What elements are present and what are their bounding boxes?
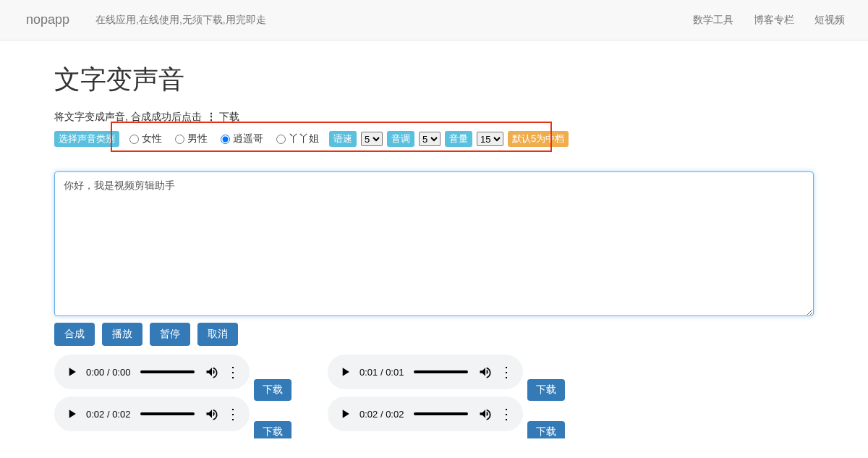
play-icon[interactable]	[64, 365, 79, 379]
page-subtitle: 将文字变成声音, 合成成功后点击 ⋮ 下载	[54, 111, 814, 124]
voice-radio-female[interactable]: 女性	[129, 132, 162, 145]
volume-label: 音量	[445, 131, 472, 147]
voice-type-label: 选择声音类别	[54, 131, 119, 147]
voice-radio-female-label: 女性	[142, 132, 162, 145]
nav-link-shortvideo[interactable]: 短视频	[804, 14, 855, 27]
tagline: 在线应用,在线使用,无须下载,用完即走	[82, 14, 279, 27]
voice-radio-female-input[interactable]	[129, 135, 139, 144]
voice-radio-yaya-label: 丫丫姐	[289, 132, 319, 145]
pitch-label: 音调	[387, 131, 414, 147]
nav-link-math[interactable]: 数学工具	[683, 14, 744, 27]
default-note-label: 默认5为中档	[508, 131, 569, 147]
audio-list: 0:00 / 0:00 ⋮ 下载 0:01 / 0:01 ⋮	[54, 355, 814, 438]
audio-time: 0:02 / 0:02	[86, 409, 130, 420]
voice-radio-yaya[interactable]: 丫丫姐	[276, 132, 319, 145]
audio-block: 0:02 / 0:02 ⋮ 下载	[328, 396, 565, 431]
main-container: 文字变声音 将文字变成声音, 合成成功后点击 ⋮ 下载 选择声音类别 女性 男性…	[43, 62, 825, 438]
voice-options-row: 选择声音类别 女性 男性 逍遥哥 丫丫姐 语速 5 音调	[54, 131, 814, 147]
voice-radio-yaya-input[interactable]	[276, 135, 286, 144]
voice-radio-male[interactable]: 男性	[175, 132, 208, 145]
voice-radio-male-input[interactable]	[175, 135, 184, 144]
voice-radio-group: 女性 男性 逍遥哥 丫丫姐	[124, 132, 325, 145]
volume-icon[interactable]	[205, 365, 219, 379]
audio-time: 0:01 / 0:01	[359, 367, 404, 378]
top-navbar: nopapp 在线应用,在线使用,无须下载,用完即走 数学工具 博客专栏 短视频	[0, 0, 868, 41]
volume-select[interactable]: 15	[477, 132, 503, 146]
voice-radio-xiaoyao-input[interactable]	[221, 135, 230, 144]
subtitle-text-before: 将文字变成声音, 合成成功后点击	[54, 111, 202, 122]
text-input[interactable]	[54, 171, 814, 316]
pitch-select[interactable]: 5	[419, 132, 441, 146]
pause-button[interactable]: 暂停	[150, 323, 190, 346]
vertical-dots-icon: ⋮	[205, 111, 216, 122]
audio-time: 0:00 / 0:00	[86, 367, 130, 378]
synthesize-button[interactable]: 合成	[54, 323, 95, 346]
subtitle-text-after: 下载	[219, 111, 239, 122]
speed-select[interactable]: 5	[361, 132, 383, 146]
audio-track[interactable]	[140, 412, 195, 415]
audio-player[interactable]: 0:00 / 0:00 ⋮	[54, 355, 250, 389]
audio-track[interactable]	[140, 370, 195, 373]
brand[interactable]: nopapp	[13, 12, 82, 27]
volume-icon[interactable]	[205, 407, 219, 421]
action-button-row: 合成 播放 暂停 取消	[54, 323, 814, 346]
speed-label: 语速	[329, 131, 357, 147]
more-icon[interactable]: ⋮	[226, 410, 239, 418]
audio-block: 0:01 / 0:01 ⋮ 下载	[328, 355, 565, 389]
download-button[interactable]: 下载	[527, 421, 565, 438]
page-title: 文字变声音	[54, 62, 814, 98]
play-icon[interactable]	[338, 365, 352, 379]
play-icon[interactable]	[338, 407, 352, 421]
download-button[interactable]: 下载	[254, 421, 292, 438]
volume-icon[interactable]	[478, 407, 493, 421]
more-icon[interactable]: ⋮	[226, 368, 239, 376]
play-button[interactable]: 播放	[102, 323, 142, 346]
audio-player[interactable]: 0:02 / 0:02 ⋮	[54, 396, 250, 431]
more-icon[interactable]: ⋮	[500, 410, 513, 418]
voice-radio-xiaoyao-label: 逍遥哥	[233, 132, 263, 145]
audio-player[interactable]: 0:01 / 0:01 ⋮	[328, 355, 523, 389]
audio-player[interactable]: 0:02 / 0:02 ⋮	[328, 396, 523, 431]
cancel-button[interactable]: 取消	[197, 323, 238, 346]
audio-block: 0:02 / 0:02 ⋮ 下载	[54, 396, 292, 431]
voice-radio-xiaoyao[interactable]: 逍遥哥	[221, 132, 263, 145]
volume-icon[interactable]	[478, 365, 493, 379]
audio-track[interactable]	[414, 370, 468, 373]
audio-track[interactable]	[414, 412, 468, 415]
voice-radio-male-label: 男性	[187, 132, 208, 145]
play-icon[interactable]	[64, 407, 79, 421]
more-icon[interactable]: ⋮	[500, 368, 513, 376]
audio-block: 0:00 / 0:00 ⋮ 下载	[54, 355, 292, 389]
nav-link-blog[interactable]: 博客专栏	[744, 14, 804, 27]
audio-time: 0:02 / 0:02	[359, 409, 404, 420]
